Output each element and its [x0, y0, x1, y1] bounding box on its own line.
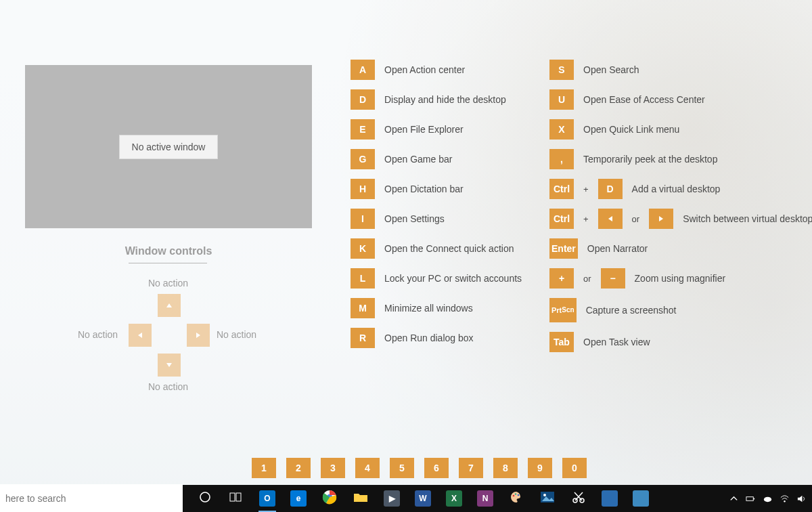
- taskbar-app-chrome[interactable]: [317, 485, 342, 512]
- taskbar-app-generic[interactable]: [597, 485, 623, 512]
- svg-rect-11: [354, 495, 367, 502]
- taskbar-app-file-explorer[interactable]: [348, 485, 374, 512]
- shortcut-row: DDisplay and hide the desktop: [351, 89, 554, 110]
- chevron-left-icon: [137, 332, 143, 339]
- shortcut-row: EOpen File Explorer: [351, 119, 554, 140]
- shortcut-key[interactable]: Tab: [549, 332, 574, 352]
- taskbar-app-excel[interactable]: X: [441, 485, 467, 512]
- taskbar-app-edge[interactable]: e: [286, 485, 311, 512]
- taskbar-apps: Oe▶WXN: [192, 485, 654, 512]
- shortcut-key[interactable]: 3: [321, 458, 345, 478]
- shortcut-key[interactable]: 1: [252, 458, 276, 478]
- shortcut-row: KOpen the Connect quick action: [351, 238, 554, 259]
- taskbar-app-onenote[interactable]: N: [472, 485, 498, 512]
- dpad-left-label: No action: [78, 329, 118, 340]
- shortcut-desc: Open Task view: [583, 337, 650, 347]
- shortcut-desc: Open Ease of Access Center: [583, 94, 705, 105]
- arrow-right-key[interactable]: [649, 209, 673, 229]
- svg-point-13: [515, 493, 517, 495]
- shortcut-key[interactable]: R: [351, 328, 375, 348]
- shortcut-key[interactable]: D: [351, 89, 375, 110]
- dpad-left-button[interactable]: [129, 324, 152, 347]
- shortcut-key[interactable]: 0: [562, 458, 587, 478]
- shortcut-row: AOpen Action center: [351, 60, 554, 80]
- taskbar-app-cortana[interactable]: [192, 485, 218, 512]
- svg-marker-4: [608, 216, 612, 221]
- taskbar-app-outlook[interactable]: O: [254, 485, 280, 512]
- svg-point-24: [764, 496, 771, 502]
- shortcut-row: GOpen Game bar: [351, 149, 554, 169]
- taskbar-app-paint[interactable]: [503, 485, 529, 512]
- paint-icon: [510, 490, 523, 507]
- wifi-icon: [780, 494, 790, 504]
- taskbar-app-word[interactable]: W: [410, 485, 436, 512]
- edge-icon: e: [290, 490, 307, 507]
- shortcut-key[interactable]: G: [351, 149, 375, 169]
- shortcut-key[interactable]: Ctrl: [549, 209, 574, 229]
- shortcut-key[interactable]: Ctrl: [549, 179, 574, 199]
- shortcut-row: TabOpen Task view: [549, 332, 807, 352]
- shortcut-row: LLock your PC or switch accounts: [351, 268, 554, 289]
- shortcut-key[interactable]: M: [351, 298, 375, 318]
- shortcut-desc: Switch between virtual desktops: [683, 213, 812, 224]
- svg-marker-2: [196, 333, 200, 338]
- shortcut-key[interactable]: A: [351, 60, 375, 80]
- shortcut-key[interactable]: E: [351, 119, 375, 140]
- shortcut-desc: Zoom using magnifier: [635, 273, 726, 284]
- shortcut-key[interactable]: Enter: [549, 238, 578, 259]
- svg-marker-0: [166, 303, 172, 307]
- shortcut-row: UOpen Ease of Access Center: [549, 89, 807, 110]
- shortcut-key[interactable]: H: [351, 179, 375, 199]
- shortcut-key[interactable]: +: [549, 268, 574, 289]
- shortcut-key[interactable]: S: [549, 60, 574, 80]
- dpad-down-button[interactable]: [158, 354, 181, 377]
- shortcut-desc: Temporarily peek at the desktop: [583, 154, 717, 165]
- shortcut-key[interactable]: −: [601, 268, 625, 289]
- shortcut-column-1: AOpen Action centerDDisplay and hide the…: [351, 60, 554, 348]
- taskbar-search-input[interactable]: [0, 484, 183, 512]
- shortcut-key[interactable]: D: [598, 179, 623, 199]
- shortcut-row: MMinimize all windows: [351, 298, 554, 318]
- shortcut-key[interactable]: 9: [528, 458, 552, 478]
- taskbar-app-snip[interactable]: [566, 485, 591, 512]
- shortcut-desc: Open Quick Link menu: [583, 124, 679, 135]
- shortcut-row: Ctrl+orSwitch between virtual desktops: [549, 209, 807, 229]
- shortcut-key[interactable]: X: [549, 119, 574, 140]
- cortana-icon: [199, 491, 211, 506]
- shortcut-desc: Open File Explorer: [384, 124, 464, 135]
- arrow-left-key[interactable]: [598, 209, 623, 229]
- shortcut-desc: Lock your PC or switch accounts: [384, 273, 522, 284]
- shortcut-key[interactable]: 6: [424, 458, 449, 478]
- shortcut-row: Ctrl+DAdd a virtual desktop: [549, 179, 807, 199]
- shortcut-key[interactable]: 8: [493, 458, 518, 478]
- taskbar-app-misc[interactable]: [628, 485, 654, 512]
- dpad-right-button[interactable]: [187, 324, 210, 347]
- svg-point-6: [200, 492, 210, 502]
- shortcut-key[interactable]: K: [351, 238, 375, 259]
- dpad-up-button[interactable]: [158, 294, 181, 317]
- taskbar-app-media[interactable]: ▶: [379, 485, 405, 512]
- shortcut-desc: Add a virtual desktop: [632, 184, 721, 194]
- shortcut-key[interactable]: I: [351, 209, 375, 229]
- shortcut-key[interactable]: PrtScn: [549, 298, 577, 322]
- shortcut-key[interactable]: L: [351, 268, 375, 289]
- shortcut-key[interactable]: 2: [286, 458, 311, 478]
- shortcut-desc: Minimize all windows: [384, 303, 473, 314]
- shortcut-key[interactable]: ,: [549, 149, 574, 169]
- taskbar-app-photos[interactable]: [535, 485, 560, 512]
- or-label: or: [583, 274, 591, 284]
- svg-marker-5: [659, 216, 663, 221]
- shortcut-key[interactable]: 4: [355, 458, 380, 478]
- shortcut-key[interactable]: 7: [459, 458, 483, 478]
- shortcut-key[interactable]: 5: [390, 458, 414, 478]
- shortcut-key[interactable]: U: [549, 89, 574, 110]
- shortcut-desc: Open Action center: [384, 64, 465, 75]
- taskbar-app-task-view[interactable]: [223, 485, 249, 512]
- chevron-right-icon: [658, 215, 664, 222]
- svg-rect-23: [753, 498, 754, 499]
- shortcut-row: HOpen Dictation bar: [351, 179, 554, 199]
- system-tray[interactable]: [729, 494, 807, 504]
- shortcut-desc: Capture a screenshot: [586, 305, 677, 316]
- shortcut-desc: Open Game bar: [384, 154, 452, 165]
- chevron-up-icon: [166, 302, 173, 309]
